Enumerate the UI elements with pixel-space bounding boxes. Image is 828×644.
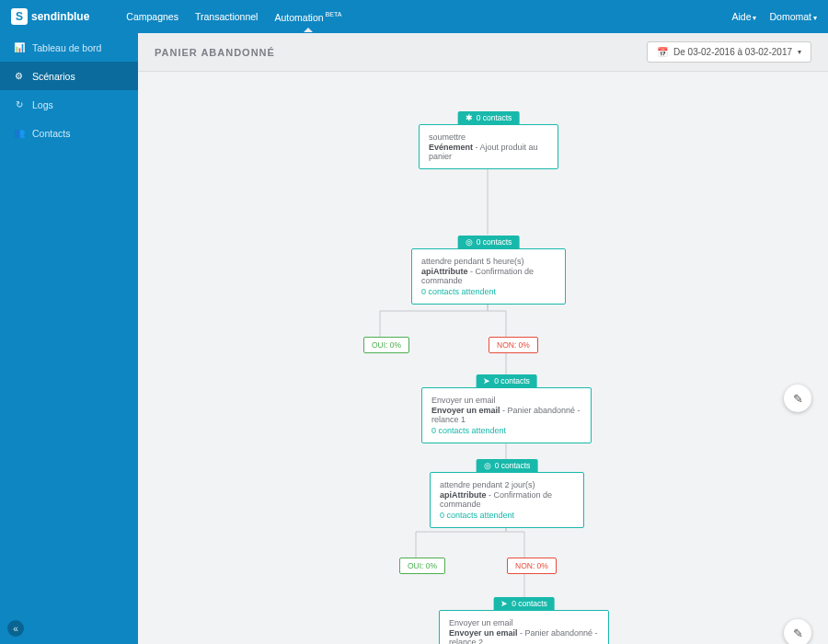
node-tag: ➤0 contacts bbox=[476, 374, 537, 387]
node-tag: ◎0 contacts bbox=[477, 459, 538, 472]
sidebar-item-dashboard[interactable]: 📊Tableau de bord bbox=[0, 33, 138, 62]
page-title: PANIER ABANDONNÉ bbox=[155, 47, 275, 58]
send-icon: ➤ bbox=[500, 599, 508, 608]
target-icon: ◎ bbox=[484, 461, 491, 470]
brand-logo[interactable]: S sendinblue bbox=[11, 8, 89, 25]
help-menu[interactable]: Aide▾ bbox=[731, 11, 756, 22]
sidebar-item-scenarios[interactable]: ⚙Scénarios bbox=[0, 62, 138, 90]
node-tag: ◎0 contacts bbox=[458, 236, 520, 248]
workflow-node-trigger[interactable]: ✱0 contacts soumettre Evénement - Ajout … bbox=[419, 124, 558, 169]
nav-automation-label: Automation bbox=[274, 11, 323, 22]
node-waiting: 0 contacts attendent bbox=[421, 287, 556, 296]
node-title: Envoyer un email bbox=[431, 396, 581, 405]
date-range-text: De 03-02-2016 à 03-02-2017 bbox=[673, 47, 792, 57]
branch-badge-oui[interactable]: OUI: 0% bbox=[363, 337, 409, 353]
sidebar-collapse-button[interactable]: « bbox=[7, 620, 24, 637]
subheader: PANIER ABANDONNÉ 📅 De 03-02-2016 à 03-02… bbox=[138, 33, 828, 72]
workflow-node-wait-2[interactable]: ◎0 contacts attendre pendant 2 jour(s) a… bbox=[430, 472, 584, 528]
puzzle-icon: ✱ bbox=[466, 113, 473, 122]
logo-icon: S bbox=[11, 8, 28, 25]
sidebar-label: Contacts bbox=[32, 128, 70, 139]
node-title: Envoyer un email bbox=[449, 618, 599, 627]
date-range-picker[interactable]: 📅 De 03-02-2016 à 03-02-2017 ▾ bbox=[647, 41, 811, 63]
workflow-node-wait-1[interactable]: ◎0 contacts attendre pendant 5 heure(s) … bbox=[411, 248, 566, 305]
nav-campagnes[interactable]: Campagnes bbox=[126, 2, 178, 32]
node-desc: apiAttribute - Confirmation de commande bbox=[440, 490, 574, 509]
sidebar: 📊Tableau de bord ⚙Scénarios ↻Logs 👥Conta… bbox=[0, 33, 138, 644]
send-icon: ➤ bbox=[483, 376, 490, 385]
edit-fab-2[interactable]: ✎ bbox=[784, 619, 811, 644]
node-tag: ➤0 contacts bbox=[493, 597, 555, 610]
logs-icon: ↻ bbox=[13, 98, 25, 110]
beta-badge: BETA bbox=[326, 11, 342, 17]
branch-badge-oui-2[interactable]: OUI: 0% bbox=[399, 558, 445, 574]
brand-name: sendinblue bbox=[31, 10, 89, 23]
dashboard-icon: 📊 bbox=[13, 41, 25, 53]
node-title: soumettre bbox=[429, 132, 548, 142]
node-waiting: 0 contacts attendent bbox=[440, 511, 574, 520]
node-desc: Evénement - Ajout produit au panier bbox=[429, 143, 548, 161]
sidebar-item-logs[interactable]: ↻Logs bbox=[0, 90, 138, 119]
top-nav: Campagnes Transactionnel AutomationBETA bbox=[126, 2, 341, 32]
target-icon: ◎ bbox=[466, 237, 473, 247]
branch-badge-non[interactable]: NON: 0% bbox=[489, 337, 538, 353]
contacts-icon: 👥 bbox=[13, 127, 25, 139]
edit-fab-1[interactable]: ✎ bbox=[784, 385, 811, 412]
workflow-node-email-2[interactable]: ➤0 contacts Envoyer un email Envoyer un … bbox=[439, 610, 609, 644]
topbar: S sendinblue Campagnes Transactionnel Au… bbox=[0, 0, 828, 33]
pencil-icon: ✎ bbox=[793, 627, 803, 640]
calendar-icon: 📅 bbox=[657, 47, 668, 57]
pencil-icon: ✎ bbox=[793, 392, 803, 406]
user-menu[interactable]: Domomat▾ bbox=[769, 11, 817, 22]
sidebar-label: Scénarios bbox=[32, 71, 75, 82]
nav-transactionnel[interactable]: Transactionnel bbox=[195, 2, 258, 32]
branch-badge-non-2[interactable]: NON: 0% bbox=[507, 558, 557, 574]
sidebar-label: Logs bbox=[32, 99, 53, 110]
nav-automation[interactable]: AutomationBETA bbox=[274, 2, 341, 32]
node-desc: Envoyer un email - Panier abandonné - re… bbox=[431, 406, 581, 424]
node-title: attendre pendant 5 heure(s) bbox=[421, 257, 556, 266]
sidebar-label: Tableau de bord bbox=[32, 42, 101, 53]
workflow-canvas[interactable]: ✱0 contacts soumettre Evénement - Ajout … bbox=[138, 72, 828, 644]
node-desc: Envoyer un email - Panier abandonné - re… bbox=[449, 628, 599, 644]
content: PANIER ABANDONNÉ 📅 De 03-02-2016 à 03-02… bbox=[138, 33, 828, 644]
scenarios-icon: ⚙ bbox=[13, 70, 25, 82]
right-nav: Aide▾ Domomat▾ bbox=[731, 11, 817, 22]
node-waiting: 0 contacts attendent bbox=[431, 426, 581, 435]
node-tag: ✱0 contacts bbox=[458, 111, 520, 124]
sidebar-item-contacts[interactable]: 👥Contacts bbox=[0, 119, 138, 147]
chevron-down-icon: ▾ bbox=[753, 14, 756, 22]
chevron-down-icon: ▾ bbox=[813, 14, 817, 22]
workflow-node-email-1[interactable]: ➤0 contacts Envoyer un email Envoyer un … bbox=[421, 387, 592, 443]
chevron-down-icon: ▾ bbox=[798, 48, 801, 56]
node-title: attendre pendant 2 jour(s) bbox=[440, 480, 574, 489]
node-desc: apiAttribute - Confirmation de commande bbox=[421, 267, 556, 285]
